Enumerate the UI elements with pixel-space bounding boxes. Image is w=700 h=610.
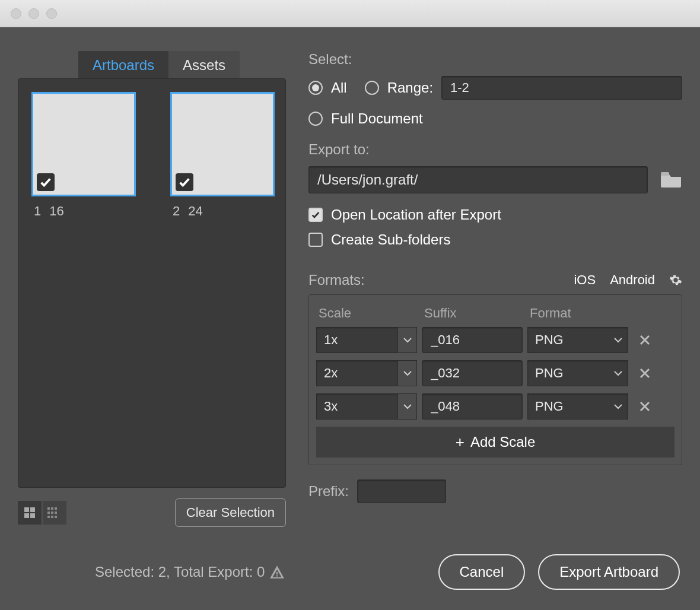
format-row: 2x PNG	[316, 360, 674, 386]
artboard-grid: 1 16 2 24	[18, 78, 286, 488]
export-path-input[interactable]	[308, 166, 648, 193]
svg-rect-1	[30, 507, 35, 512]
checkbox-create-subfolders[interactable]	[308, 233, 323, 247]
chevron-down-icon	[609, 361, 628, 386]
artboard-index: 1	[34, 204, 41, 219]
scale-value: 1x	[317, 332, 397, 348]
chevron-down-icon	[609, 394, 628, 419]
prefix-label: Prefix:	[308, 483, 349, 500]
artboard-thumb[interactable]	[170, 92, 275, 196]
select-label: Select:	[308, 51, 682, 68]
warning-icon	[269, 564, 285, 580]
chevron-down-icon	[397, 394, 416, 419]
artboard-label: 1 16	[31, 204, 136, 219]
col-scale: Scale	[319, 306, 419, 321]
prefix-input[interactable]	[357, 479, 446, 503]
svg-rect-13	[661, 172, 669, 176]
view-toggles	[18, 501, 66, 525]
checkbox-open-location[interactable]	[308, 208, 323, 222]
radio-all[interactable]	[308, 81, 323, 95]
radio-all-label: All	[331, 80, 347, 96]
artboard-name: 16	[49, 204, 63, 219]
chevron-down-icon	[609, 328, 628, 352]
formats-label: Formats:	[308, 272, 365, 288]
svg-rect-11	[51, 516, 53, 518]
radio-range-label: Range:	[387, 80, 433, 96]
export-to-label: Export to:	[308, 141, 682, 158]
status-text: Selected: 2, Total Export: 0	[95, 564, 285, 580]
checkbox-open-location-label: Open Location after Export	[331, 206, 501, 223]
svg-rect-3	[30, 513, 35, 518]
checkbox-create-subfolders-label: Create Sub-folders	[331, 231, 450, 248]
svg-rect-6	[55, 507, 57, 510]
svg-rect-2	[24, 513, 29, 518]
col-format: Format	[530, 306, 631, 321]
traffic-zoom[interactable]	[46, 8, 57, 19]
suffix-input[interactable]	[422, 393, 523, 420]
svg-rect-4	[47, 507, 50, 510]
range-input[interactable]	[441, 76, 682, 100]
preset-android[interactable]: Android	[610, 272, 655, 288]
format-dropdown[interactable]: PNG	[527, 327, 628, 353]
browse-folder-icon[interactable]	[661, 171, 682, 189]
format-dropdown[interactable]: PNG	[527, 360, 628, 386]
format-row: 1x PNG	[316, 327, 674, 353]
scale-value: 3x	[317, 399, 397, 414]
radio-full-document[interactable]	[308, 112, 323, 126]
scale-dropdown[interactable]: 1x	[316, 327, 417, 353]
artboard-thumb[interactable]	[31, 92, 136, 196]
artboard-selected-icon	[176, 173, 193, 191]
list-view-icon[interactable]	[43, 501, 66, 525]
grid-view-icon[interactable]	[18, 501, 42, 525]
plus-icon: +	[456, 433, 464, 452]
preset-ios[interactable]: iOS	[574, 272, 596, 288]
format-value: PNG	[528, 399, 609, 414]
gear-icon[interactable]	[669, 274, 682, 287]
artboard-label: 2 24	[170, 204, 275, 219]
svg-rect-0	[24, 507, 29, 512]
svg-rect-7	[47, 511, 50, 514]
add-scale-button[interactable]: + Add Scale	[316, 427, 674, 458]
traffic-minimize[interactable]	[28, 8, 39, 19]
format-value: PNG	[528, 332, 609, 348]
format-row: 3x PNG	[316, 393, 674, 420]
svg-rect-5	[51, 507, 53, 510]
suffix-input[interactable]	[422, 327, 523, 353]
suffix-input[interactable]	[422, 360, 523, 386]
radio-full-document-label: Full Document	[331, 110, 423, 127]
artboard-item: 1 16	[31, 92, 136, 474]
svg-rect-9	[55, 511, 57, 514]
cancel-button[interactable]: Cancel	[438, 554, 526, 590]
add-scale-label: Add Scale	[470, 434, 535, 450]
chevron-down-icon	[397, 328, 416, 352]
artboard-index: 2	[173, 204, 180, 219]
artboard-item: 2 24	[170, 92, 275, 474]
status-label: Selected: 2, Total Export: 0	[95, 564, 265, 580]
tab-artboards[interactable]: Artboards	[78, 51, 168, 78]
export-artboard-button[interactable]: Export Artboard	[538, 554, 680, 590]
scale-dropdown[interactable]: 3x	[316, 393, 417, 420]
svg-rect-10	[47, 516, 50, 518]
format-dropdown[interactable]: PNG	[527, 393, 628, 420]
scale-value: 2x	[317, 366, 397, 381]
svg-rect-12	[55, 516, 57, 518]
chevron-down-icon	[397, 361, 416, 386]
traffic-close[interactable]	[11, 8, 21, 19]
clear-selection-button[interactable]: Clear Selection	[175, 498, 286, 527]
remove-row-icon[interactable]	[633, 401, 657, 412]
tab-assets[interactable]: Assets	[168, 51, 240, 78]
format-value: PNG	[528, 366, 609, 381]
tabbar: Artboards Assets	[78, 51, 286, 78]
svg-rect-8	[51, 511, 53, 514]
titlebar	[0, 0, 700, 27]
artboard-selected-icon	[37, 173, 55, 191]
remove-row-icon[interactable]	[633, 334, 657, 346]
artboard-name: 24	[188, 204, 202, 219]
scale-dropdown[interactable]: 2x	[316, 360, 417, 386]
radio-range[interactable]	[365, 81, 379, 95]
remove-row-icon[interactable]	[633, 367, 657, 379]
formats-box: Scale Suffix Format 1x PNG 2x	[308, 294, 682, 465]
col-suffix: Suffix	[424, 306, 525, 321]
